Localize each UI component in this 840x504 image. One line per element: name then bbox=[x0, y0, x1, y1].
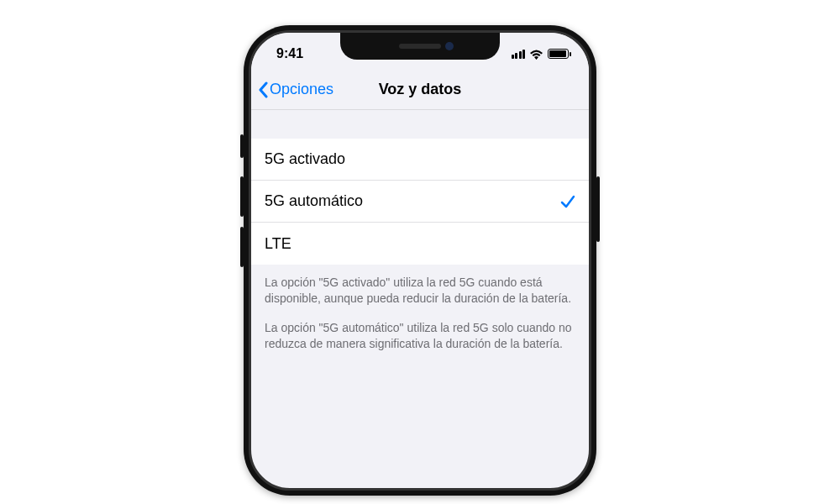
back-button-label: Opciones bbox=[270, 81, 333, 98]
front-camera bbox=[445, 42, 454, 50]
power-button bbox=[596, 176, 600, 242]
notch bbox=[340, 33, 500, 60]
option-label: LTE bbox=[265, 235, 291, 253]
voice-data-options: 5G activado 5G automático LTE bbox=[251, 139, 589, 265]
footer-paragraph-2: La opción "5G automático" utiliza la red… bbox=[265, 320, 575, 352]
volume-up-button bbox=[240, 176, 244, 217]
option-5g-auto[interactable]: 5G automático bbox=[251, 181, 589, 223]
cellular-signal-icon bbox=[512, 50, 526, 59]
status-time: 9:41 bbox=[271, 41, 303, 61]
speaker-grille bbox=[399, 44, 441, 49]
chevron-left-icon bbox=[258, 81, 268, 98]
back-button[interactable]: Opciones bbox=[258, 81, 333, 98]
screen: 9:41 Opcion bbox=[249, 30, 591, 491]
mute-switch bbox=[240, 134, 244, 158]
checkmark-icon bbox=[560, 194, 575, 209]
wifi-icon bbox=[529, 49, 543, 60]
footer-paragraph-1: La opción "5G activado" utiliza la red 5… bbox=[265, 275, 575, 307]
battery-icon bbox=[548, 49, 569, 59]
nav-bar: Opciones Voz y datos bbox=[251, 70, 589, 110]
page-title: Voz y datos bbox=[379, 81, 462, 98]
section-spacer bbox=[251, 110, 589, 139]
option-label: 5G activado bbox=[265, 150, 345, 168]
option-label: 5G automático bbox=[265, 192, 363, 210]
footer-description: La opción "5G activado" utiliza la red 5… bbox=[251, 265, 589, 362]
volume-down-button bbox=[240, 227, 244, 267]
option-lte[interactable]: LTE bbox=[251, 223, 589, 265]
option-5g-on[interactable]: 5G activado bbox=[251, 139, 589, 181]
phone-frame: 9:41 Opcion bbox=[244, 25, 596, 496]
